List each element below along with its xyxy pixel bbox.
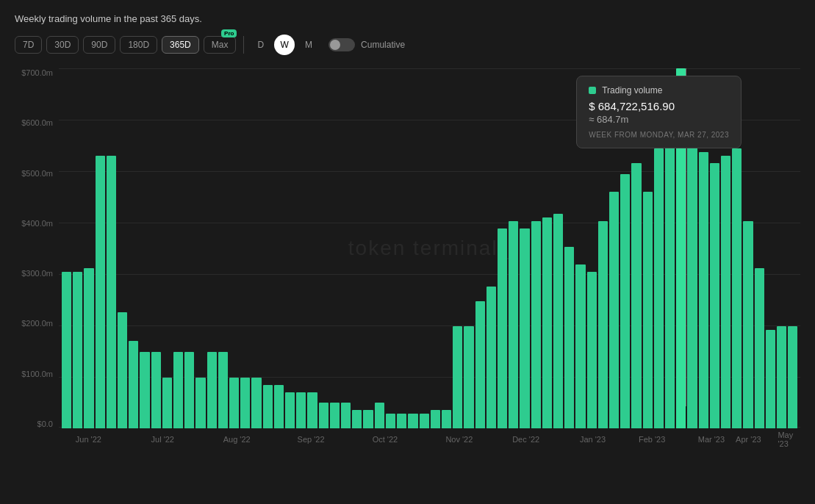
bar-50 bbox=[620, 174, 630, 428]
bar-44 bbox=[553, 214, 563, 428]
bar-62 bbox=[755, 268, 764, 428]
bar-16 bbox=[240, 378, 250, 428]
bar-52 bbox=[643, 192, 653, 428]
bar-56 bbox=[687, 137, 697, 428]
y-label-400: $400.0m bbox=[21, 219, 53, 228]
y-label-500: $500.0m bbox=[21, 169, 53, 178]
bar-19 bbox=[274, 385, 284, 428]
bar-64 bbox=[777, 326, 786, 428]
bar-20 bbox=[285, 392, 295, 428]
x-label-1: Jul '22 bbox=[151, 435, 174, 444]
bar-47 bbox=[587, 272, 597, 428]
bar-1 bbox=[73, 272, 82, 428]
btn-max[interactable]: Max Pro bbox=[204, 36, 237, 54]
bar-60 bbox=[732, 148, 742, 428]
bar-42 bbox=[531, 221, 541, 428]
bar-27 bbox=[363, 410, 373, 428]
x-label-9: Mar '23 bbox=[698, 435, 725, 444]
y-label-700: $700.0m bbox=[21, 68, 53, 77]
x-label-4: Oct '22 bbox=[373, 435, 398, 444]
bar-11 bbox=[184, 352, 194, 428]
bar-30 bbox=[397, 414, 406, 428]
btn-365d[interactable]: 365D bbox=[162, 36, 199, 54]
x-axis: Jun '22Jul '22Aug '22Sep '22Oct '22Nov '… bbox=[59, 428, 800, 450]
bar-8 bbox=[151, 352, 161, 428]
x-label-11: May '23 bbox=[778, 431, 793, 448]
bar-25 bbox=[341, 403, 351, 428]
y-label-600: $600.0m bbox=[21, 118, 53, 127]
tooltip-dot bbox=[589, 87, 596, 94]
y-label-300: $300.0m bbox=[21, 269, 53, 278]
x-label-10: Apr '23 bbox=[736, 435, 761, 444]
x-label-0: Jun '22 bbox=[76, 435, 101, 444]
cumulative-toggle[interactable] bbox=[328, 38, 355, 51]
tooltip: Trading volume $ 684,722,516.90 ≈ 684.7m… bbox=[576, 76, 742, 148]
bar-6 bbox=[129, 341, 138, 428]
bar-37 bbox=[475, 301, 485, 428]
bar-39 bbox=[498, 228, 507, 428]
btn-daily[interactable]: D bbox=[251, 37, 270, 53]
chart-area: $700.0m $600.0m $500.0m $400.0m $300.0m … bbox=[15, 68, 800, 450]
bar-29 bbox=[386, 414, 395, 428]
bar-40 bbox=[509, 221, 518, 428]
bar-26 bbox=[352, 410, 362, 428]
bar-17 bbox=[251, 378, 261, 428]
cumulative-label: Cumulative bbox=[361, 40, 405, 50]
btn-7d[interactable]: 7D bbox=[15, 36, 42, 54]
bar-21 bbox=[296, 392, 306, 428]
bar-5 bbox=[118, 312, 127, 428]
bar-59 bbox=[721, 156, 730, 428]
bar-57 bbox=[699, 152, 708, 428]
y-label-100: $100.0m bbox=[21, 370, 53, 378]
toggle-knob bbox=[330, 40, 340, 50]
bar-4 bbox=[107, 156, 116, 428]
bar-3 bbox=[96, 156, 105, 428]
bar-49 bbox=[609, 192, 619, 428]
chart-container: Weekly trading volume in the past 365 da… bbox=[0, 0, 815, 504]
bar-32 bbox=[420, 414, 429, 428]
bar-2 bbox=[84, 268, 93, 428]
controls-bar: 7D 30D 90D 180D 365D Max Pro D W M Cumul… bbox=[15, 35, 800, 55]
bar-41 bbox=[520, 228, 529, 428]
toggle-container: Cumulative bbox=[328, 38, 405, 51]
tooltip-value: $ 684,722,516.90 bbox=[589, 100, 729, 112]
bar-12 bbox=[195, 378, 205, 428]
btn-180d[interactable]: 180D bbox=[120, 36, 157, 54]
bar-51 bbox=[631, 163, 641, 428]
y-label-200: $200.0m bbox=[21, 319, 53, 328]
tooltip-approx: ≈ 684.7m bbox=[589, 114, 729, 125]
x-label-3: Sep '22 bbox=[298, 435, 325, 444]
bar-58 bbox=[710, 163, 719, 428]
bar-13 bbox=[207, 352, 217, 428]
bar-15 bbox=[229, 378, 239, 428]
bar-38 bbox=[487, 287, 496, 428]
bar-34 bbox=[442, 410, 451, 428]
bar-22 bbox=[307, 392, 317, 428]
bar-45 bbox=[564, 247, 574, 428]
tooltip-label: Trading volume bbox=[602, 85, 662, 96]
bar-46 bbox=[575, 264, 585, 428]
bar-7 bbox=[140, 352, 149, 428]
bar-48 bbox=[598, 221, 608, 428]
btn-weekly[interactable]: W bbox=[274, 35, 295, 55]
btn-30d[interactable]: 30D bbox=[46, 36, 79, 54]
x-label-6: Dec '22 bbox=[512, 435, 539, 444]
btn-monthly[interactable]: M bbox=[299, 37, 318, 53]
bar-23 bbox=[319, 403, 328, 428]
bar-36 bbox=[464, 326, 473, 428]
bar-14 bbox=[218, 352, 228, 428]
bar-35 bbox=[453, 326, 462, 428]
x-label-7: Jan '23 bbox=[580, 435, 606, 444]
bar-53 bbox=[654, 148, 664, 428]
bar-31 bbox=[408, 414, 417, 428]
pro-badge: Pro bbox=[221, 29, 237, 37]
chart-title: Weekly trading volume in the past 365 da… bbox=[15, 13, 800, 24]
x-label-8: Feb '23 bbox=[639, 435, 665, 444]
bar-9 bbox=[162, 378, 172, 428]
tooltip-date: WEEK FROM MONDAY, MAR 27, 2023 bbox=[589, 131, 729, 139]
bar-0 bbox=[62, 272, 71, 428]
btn-90d[interactable]: 90D bbox=[83, 36, 115, 54]
bar-33 bbox=[431, 410, 440, 428]
bar-63 bbox=[766, 330, 775, 428]
separator bbox=[243, 36, 244, 54]
